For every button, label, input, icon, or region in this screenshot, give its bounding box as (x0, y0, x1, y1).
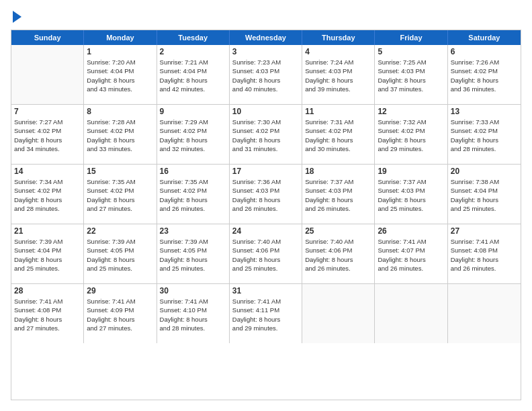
day-info: Sunrise: 7:41 AMSunset: 4:10 PMDaylight:… (160, 297, 226, 332)
day-number: 24 (232, 226, 299, 236)
day-number: 14 (14, 167, 81, 176)
day-info: Sunrise: 7:25 AMSunset: 4:03 PMDaylight:… (378, 58, 444, 93)
header-day-thursday: Thursday (302, 30, 375, 45)
day-number: 3 (232, 47, 299, 56)
day-number: 10 (232, 107, 299, 116)
day-number: 28 (14, 286, 81, 295)
day-info: Sunrise: 7:39 AMSunset: 4:05 PMDaylight:… (160, 237, 226, 273)
day-info: Sunrise: 7:40 AMSunset: 4:06 PMDaylight:… (305, 237, 371, 273)
calendar-day-empty (302, 284, 375, 343)
day-info: Sunrise: 7:32 AMSunset: 4:02 PMDaylight:… (378, 118, 444, 153)
calendar-day-3: 3Sunrise: 7:23 AMSunset: 4:03 PMDaylight… (230, 45, 302, 104)
day-info: Sunrise: 7:41 AMSunset: 4:07 PMDaylight:… (378, 237, 444, 273)
day-number: 11 (305, 107, 371, 116)
calendar-day-5: 5Sunrise: 7:25 AMSunset: 4:03 PMDaylight… (375, 45, 447, 104)
day-number: 22 (87, 226, 153, 236)
calendar-day-12: 12Sunrise: 7:32 AMSunset: 4:02 PMDayligh… (375, 105, 447, 164)
day-info: Sunrise: 7:37 AMSunset: 4:03 PMDaylight:… (305, 177, 371, 213)
calendar-day-24: 24Sunrise: 7:40 AMSunset: 4:06 PMDayligh… (230, 224, 302, 283)
day-number: 19 (378, 167, 444, 176)
calendar-day-19: 19Sunrise: 7:37 AMSunset: 4:03 PMDayligh… (375, 165, 447, 224)
day-info: Sunrise: 7:41 AMSunset: 4:08 PMDaylight:… (14, 297, 81, 332)
calendar-day-22: 22Sunrise: 7:39 AMSunset: 4:05 PMDayligh… (84, 224, 157, 283)
header-day-friday: Friday (375, 30, 447, 45)
calendar-day-10: 10Sunrise: 7:30 AMSunset: 4:02 PMDayligh… (230, 105, 302, 164)
calendar-day-28: 28Sunrise: 7:41 AMSunset: 4:08 PMDayligh… (11, 284, 84, 343)
calendar-day-18: 18Sunrise: 7:37 AMSunset: 4:03 PMDayligh… (302, 165, 375, 224)
day-number: 18 (305, 167, 371, 176)
day-info: Sunrise: 7:39 AMSunset: 4:04 PMDaylight:… (14, 237, 81, 273)
calendar-day-1: 1Sunrise: 7:20 AMSunset: 4:04 PMDaylight… (84, 45, 157, 104)
day-number: 16 (160, 167, 226, 176)
day-info: Sunrise: 7:24 AMSunset: 4:03 PMDaylight:… (305, 58, 371, 93)
day-number: 1 (87, 47, 153, 56)
day-number: 23 (160, 226, 226, 236)
calendar-day-27: 27Sunrise: 7:41 AMSunset: 4:08 PMDayligh… (448, 224, 521, 283)
day-info: Sunrise: 7:31 AMSunset: 4:02 PMDaylight:… (305, 118, 371, 153)
day-number: 20 (451, 167, 518, 176)
calendar-day-empty (375, 284, 447, 343)
day-info: Sunrise: 7:39 AMSunset: 4:05 PMDaylight:… (87, 237, 153, 273)
day-info: Sunrise: 7:20 AMSunset: 4:04 PMDaylight:… (87, 58, 153, 93)
day-number: 31 (232, 286, 299, 295)
day-number: 30 (160, 286, 226, 295)
calendar-header: SundayMondayTuesdayWednesdayThursdayFrid… (11, 30, 521, 45)
header-day-monday: Monday (84, 30, 157, 45)
calendar-day-23: 23Sunrise: 7:39 AMSunset: 4:05 PMDayligh… (157, 224, 230, 283)
day-number: 25 (305, 226, 371, 236)
day-number: 4 (305, 47, 371, 56)
day-number: 12 (378, 107, 444, 116)
day-info: Sunrise: 7:35 AMSunset: 4:02 PMDaylight:… (160, 177, 226, 213)
day-info: Sunrise: 7:35 AMSunset: 4:02 PMDaylight:… (87, 177, 153, 213)
calendar-day-31: 31Sunrise: 7:41 AMSunset: 4:11 PMDayligh… (230, 284, 302, 343)
page: SundayMondayTuesdayWednesdayThursdayFrid… (0, 0, 532, 411)
calendar-day-30: 30Sunrise: 7:41 AMSunset: 4:10 PMDayligh… (157, 284, 230, 343)
calendar-body: 1Sunrise: 7:20 AMSunset: 4:04 PMDaylight… (11, 45, 521, 343)
calendar-day-4: 4Sunrise: 7:24 AMSunset: 4:03 PMDaylight… (302, 45, 375, 104)
calendar-day-21: 21Sunrise: 7:39 AMSunset: 4:04 PMDayligh… (11, 224, 84, 283)
day-info: Sunrise: 7:30 AMSunset: 4:02 PMDaylight:… (232, 118, 299, 153)
calendar-week-4: 21Sunrise: 7:39 AMSunset: 4:04 PMDayligh… (11, 224, 521, 284)
calendar-week-1: 1Sunrise: 7:20 AMSunset: 4:04 PMDaylight… (11, 45, 521, 105)
day-info: Sunrise: 7:38 AMSunset: 4:04 PMDaylight:… (451, 177, 518, 213)
day-info: Sunrise: 7:37 AMSunset: 4:03 PMDaylight:… (378, 177, 444, 213)
calendar-day-13: 13Sunrise: 7:33 AMSunset: 4:02 PMDayligh… (448, 105, 521, 164)
day-info: Sunrise: 7:36 AMSunset: 4:03 PMDaylight:… (232, 177, 299, 213)
calendar-day-6: 6Sunrise: 7:26 AMSunset: 4:02 PMDaylight… (448, 45, 521, 104)
calendar-day-25: 25Sunrise: 7:40 AMSunset: 4:06 PMDayligh… (302, 224, 375, 283)
day-info: Sunrise: 7:33 AMSunset: 4:02 PMDaylight:… (451, 118, 518, 153)
calendar-day-empty (11, 45, 84, 104)
day-info: Sunrise: 7:27 AMSunset: 4:02 PMDaylight:… (14, 118, 81, 153)
day-info: Sunrise: 7:29 AMSunset: 4:02 PMDaylight:… (160, 118, 226, 153)
calendar-week-5: 28Sunrise: 7:41 AMSunset: 4:08 PMDayligh… (11, 284, 521, 343)
day-number: 27 (451, 226, 518, 236)
day-info: Sunrise: 7:28 AMSunset: 4:02 PMDaylight:… (87, 118, 153, 153)
header-day-wednesday: Wednesday (230, 30, 302, 45)
calendar-week-3: 14Sunrise: 7:34 AMSunset: 4:02 PMDayligh… (11, 165, 521, 224)
day-info: Sunrise: 7:41 AMSunset: 4:11 PMDaylight:… (232, 297, 299, 332)
day-number: 7 (14, 107, 81, 116)
day-number: 21 (14, 226, 81, 236)
calendar-day-26: 26Sunrise: 7:41 AMSunset: 4:07 PMDayligh… (375, 224, 447, 283)
calendar-day-17: 17Sunrise: 7:36 AMSunset: 4:03 PMDayligh… (230, 165, 302, 224)
day-number: 9 (160, 107, 226, 116)
header-day-tuesday: Tuesday (157, 30, 230, 45)
day-info: Sunrise: 7:40 AMSunset: 4:06 PMDaylight:… (232, 237, 299, 273)
calendar-day-2: 2Sunrise: 7:21 AMSunset: 4:04 PMDaylight… (157, 45, 230, 104)
day-number: 15 (87, 167, 153, 176)
day-info: Sunrise: 7:41 AMSunset: 4:08 PMDaylight:… (451, 237, 518, 273)
day-number: 6 (451, 47, 518, 56)
day-info: Sunrise: 7:23 AMSunset: 4:03 PMDaylight:… (232, 58, 299, 93)
calendar-day-20: 20Sunrise: 7:38 AMSunset: 4:04 PMDayligh… (448, 165, 521, 224)
calendar-day-8: 8Sunrise: 7:28 AMSunset: 4:02 PMDaylight… (84, 105, 157, 164)
calendar-day-16: 16Sunrise: 7:35 AMSunset: 4:02 PMDayligh… (157, 165, 230, 224)
calendar-day-11: 11Sunrise: 7:31 AMSunset: 4:02 PMDayligh… (302, 105, 375, 164)
calendar: SundayMondayTuesdayWednesdayThursdayFrid… (11, 30, 521, 400)
day-number: 13 (451, 107, 518, 116)
day-number: 17 (232, 167, 299, 176)
header-day-sunday: Sunday (11, 30, 84, 45)
calendar-day-empty (448, 284, 521, 343)
day-number: 26 (378, 226, 444, 236)
day-number: 5 (378, 47, 444, 56)
day-info: Sunrise: 7:21 AMSunset: 4:04 PMDaylight:… (160, 58, 226, 93)
